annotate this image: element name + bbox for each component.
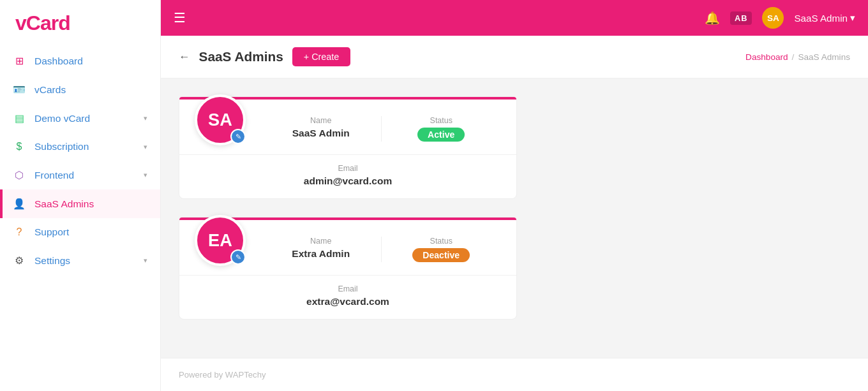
admin-name: SaaS Admin xyxy=(292,128,350,139)
status-label: Status xyxy=(430,116,453,125)
chevron-down-icon: ▾ xyxy=(144,171,147,179)
chevron-down-icon: ▾ xyxy=(144,256,147,265)
page-header: ← SaaS Admins + Create Dashboard / SaaS … xyxy=(161,36,868,78)
email-label: Email xyxy=(338,164,357,173)
breadcrumb-current: SaaS Admins xyxy=(798,52,850,62)
card-body: SA ✎ Name SaaS Admin Status Active xyxy=(179,100,516,145)
name-label: Name xyxy=(310,237,331,246)
breadcrumb-home[interactable]: Dashboard xyxy=(745,52,788,62)
status-badge: Active xyxy=(417,128,465,142)
status-field: Status Active xyxy=(382,116,502,142)
create-button[interactable]: + Create xyxy=(292,47,351,66)
frontend-icon: ⬡ xyxy=(13,169,26,181)
admin-card: SA ✎ Name SaaS Admin Status Active Email… xyxy=(179,96,517,199)
sidebar-item-dashboard[interactable]: ⊞Dashboard xyxy=(0,47,160,75)
page-header-left: ← SaaS Admins + Create xyxy=(179,47,350,66)
name-label: Name xyxy=(310,116,331,125)
card-email-row: Email extra@vcard.com xyxy=(179,275,516,319)
breadcrumb: Dashboard / SaaS Admins xyxy=(745,52,850,62)
chevron-down-icon: ▾ xyxy=(144,114,147,122)
content-area: ← SaaS Admins + Create Dashboard / SaaS … xyxy=(161,36,868,391)
sidebar-label-frontend: Frontend xyxy=(34,170,135,181)
status-label: Status xyxy=(430,237,453,246)
sidebar-label-dashboard: Dashboard xyxy=(34,55,147,67)
sidebar-item-vcards[interactable]: 🪪vCards xyxy=(0,75,160,104)
footer: Powered by WAPTechy xyxy=(161,358,868,391)
admin-email: extra@vcard.com xyxy=(306,296,389,307)
username-dropdown[interactable]: SaaS Admin ▾ xyxy=(794,12,855,24)
cards-area: SA ✎ Name SaaS Admin Status Active Email… xyxy=(161,78,868,320)
status-field: Status Deactive xyxy=(382,237,502,262)
edit-avatar-button[interactable]: ✎ xyxy=(230,129,246,144)
saasadmins-icon: 👤 xyxy=(13,198,26,210)
demovcard-icon: ▤ xyxy=(13,112,26,124)
card-body: EA ✎ Name Extra Admin Status Deactive xyxy=(179,220,516,266)
sidebar: vCard ⊞Dashboard🪪vCards▤Demo vCard▾$Subs… xyxy=(0,0,161,391)
notification-icon[interactable]: 🔔 xyxy=(705,11,720,26)
card-avatar-wrap: SA ✎ xyxy=(195,94,246,145)
page-title: SaaS Admins xyxy=(199,49,283,64)
sidebar-label-support: Support xyxy=(34,226,147,238)
sidebar-item-demovcard[interactable]: ▤Demo vCard▾ xyxy=(0,104,160,133)
username-label: SaaS Admin xyxy=(794,13,848,24)
status-badge: Deactive xyxy=(412,248,470,262)
card-info: Name Extra Admin Status Deactive xyxy=(261,237,501,262)
card-info: Name SaaS Admin Status Active xyxy=(261,116,501,142)
back-button[interactable]: ← xyxy=(179,50,190,64)
admin-card: EA ✎ Name Extra Admin Status Deactive Em… xyxy=(179,217,517,320)
sidebar-item-support[interactable]: ?Support xyxy=(0,218,160,246)
sidebar-label-subscription: Subscription xyxy=(34,141,135,152)
dashboard-icon: ⊞ xyxy=(13,55,26,67)
name-field: Name SaaS Admin xyxy=(261,116,382,142)
sidebar-item-settings[interactable]: ⚙Settings▾ xyxy=(0,246,160,275)
topbar-left: ☰ xyxy=(174,10,186,26)
sidebar-item-subscription[interactable]: $Subscription▾ xyxy=(0,133,160,161)
email-field: Email admin@vcard.com xyxy=(195,164,501,187)
breadcrumb-separator: / xyxy=(792,52,795,62)
app-logo: vCard xyxy=(0,0,160,47)
admin-email: admin@vcard.com xyxy=(304,175,392,187)
sidebar-label-settings: Settings xyxy=(34,255,135,267)
name-field: Name Extra Admin xyxy=(261,237,382,262)
avatar: SA xyxy=(762,7,784,29)
support-icon: ? xyxy=(13,226,26,238)
edit-avatar-button[interactable]: ✎ xyxy=(230,249,246,265)
topbar-right: 🔔 AB SA SaaS Admin ▾ xyxy=(705,7,855,29)
sidebar-label-vcards: vCards xyxy=(34,84,147,96)
settings-icon: ⚙ xyxy=(13,255,26,267)
subscription-icon: $ xyxy=(13,141,26,152)
hamburger-icon[interactable]: ☰ xyxy=(174,10,186,26)
sidebar-label-saasadmins: SaaS Admins xyxy=(34,198,147,210)
admin-name: Extra Admin xyxy=(292,248,350,260)
vcards-icon: 🪪 xyxy=(13,84,26,96)
card-avatar-wrap: EA ✎ xyxy=(195,215,246,266)
main-area: ☰ 🔔 AB SA SaaS Admin ▾ ← SaaS Admins + C… xyxy=(161,0,868,391)
chevron-down-icon: ▾ xyxy=(144,143,147,151)
email-field: Email extra@vcard.com xyxy=(195,284,501,307)
sidebar-item-saasadmins[interactable]: 👤SaaS Admins xyxy=(0,189,160,218)
dropdown-arrow-icon: ▾ xyxy=(850,12,855,24)
card-email-row: Email admin@vcard.com xyxy=(179,154,516,198)
email-label: Email xyxy=(338,284,357,293)
sidebar-item-frontend[interactable]: ⬡Frontend▾ xyxy=(0,161,160,189)
ab-badge: AB xyxy=(730,11,752,25)
sidebar-nav: ⊞Dashboard🪪vCards▤Demo vCard▾$Subscripti… xyxy=(0,47,160,391)
sidebar-label-demovcard: Demo vCard xyxy=(34,113,135,124)
topbar: ☰ 🔔 AB SA SaaS Admin ▾ xyxy=(161,0,868,36)
